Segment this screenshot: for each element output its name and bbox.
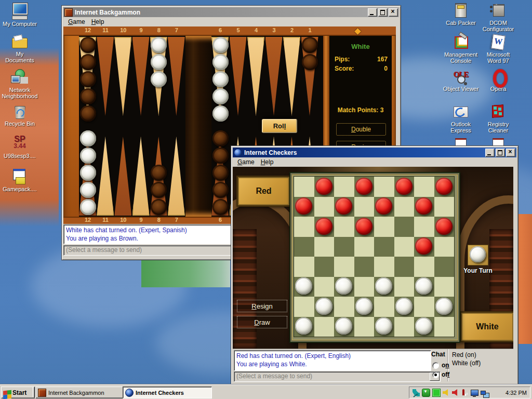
network-computers-icon[interactable]: [481, 391, 486, 395]
thermometer-icon[interactable]: [461, 389, 469, 396]
desktop-icon-recycle-bin[interactable]: Recycle Bin: [0, 103, 39, 127]
white-checker[interactable]: [80, 130, 96, 147]
chat-on-option[interactable]: on: [432, 362, 449, 369]
white-checker[interactable]: [80, 199, 96, 215]
board-square[interactable]: [354, 277, 375, 297]
white-checker-piece[interactable]: [415, 277, 432, 295]
board-square[interactable]: [394, 197, 415, 217]
brown-checker[interactable]: [80, 54, 96, 70]
red-checker-piece[interactable]: [295, 197, 312, 215]
board-square[interactable]: [414, 297, 434, 317]
brown-checker[interactable]: [80, 71, 96, 87]
white-checker-piece[interactable]: [395, 298, 413, 315]
radio-off[interactable]: [432, 371, 439, 378]
board-square[interactable]: [314, 277, 335, 297]
draw-button[interactable]: Draw: [237, 316, 287, 328]
brown-checker[interactable]: [212, 199, 229, 215]
close-button[interactable]: [506, 149, 515, 157]
board-square[interactable]: [334, 217, 354, 237]
red-checker-piece[interactable]: [315, 178, 332, 195]
red-checker-piece[interactable]: [335, 197, 352, 215]
desktop-icon-sp-344[interactable]: SP3.44U98sesp3....: [0, 135, 39, 159]
desktop-icon-opera[interactable]: Opera: [475, 68, 522, 92]
white-checker-piece[interactable]: [355, 298, 373, 315]
board-square[interactable]: [434, 237, 455, 257]
red-checker-piece[interactable]: [395, 178, 413, 195]
brown-checker[interactable]: [80, 37, 96, 53]
red-checker-piece[interactable]: [355, 178, 373, 195]
board-square[interactable]: [414, 177, 434, 197]
red-checker-piece[interactable]: [415, 237, 432, 255]
board-square[interactable]: [294, 237, 314, 257]
board-square[interactable]: [334, 237, 354, 257]
minimize-button[interactable]: [368, 8, 377, 17]
brown-checker[interactable]: [80, 88, 96, 104]
board-square[interactable]: [394, 277, 415, 297]
meter-icon[interactable]: [432, 389, 441, 397]
close-button[interactable]: [389, 8, 398, 17]
brown-checker[interactable]: [212, 148, 229, 164]
board-square[interactable]: [374, 257, 394, 277]
desktop-icon-dcom-configurator[interactable]: DCOMConfigurator: [475, 2, 522, 32]
satellite-icon[interactable]: [413, 389, 420, 396]
white-checker-piece[interactable]: [335, 317, 352, 335]
volume-icon[interactable]: [443, 389, 450, 396]
brown-checker[interactable]: [80, 105, 96, 122]
desktop-icon-my-computer[interactable]: My Computer: [0, 3, 39, 27]
board-square[interactable]: [414, 257, 434, 277]
brown-checker[interactable]: [212, 165, 229, 181]
checkers-titlebar[interactable]: Internet Checkers: [233, 148, 516, 157]
backgammon-titlebar[interactable]: Internet Backgammon: [63, 7, 399, 17]
white-checker[interactable]: [80, 165, 96, 181]
board-square[interactable]: [374, 237, 394, 257]
radio-on[interactable]: [432, 362, 439, 369]
white-checker-piece[interactable]: [375, 277, 392, 295]
menu-item-help[interactable]: Help: [258, 158, 277, 166]
minimize-button[interactable]: [485, 149, 495, 157]
maximize-button[interactable]: [378, 8, 388, 17]
white-checker-piece[interactable]: [295, 277, 312, 295]
red-checker-piece[interactable]: [435, 178, 453, 195]
double-button[interactable]: Double: [336, 123, 386, 136]
start-button[interactable]: Start: [1, 387, 35, 398]
white-checker[interactable]: [212, 54, 229, 70]
white-checker[interactable]: [212, 71, 229, 87]
board-square[interactable]: [354, 197, 375, 217]
task-button-internet-backgammon[interactable]: Internet Backgammon: [35, 387, 125, 398]
board-square[interactable]: [374, 177, 394, 197]
maximize-button[interactable]: [496, 149, 505, 157]
board-square[interactable]: [334, 257, 354, 277]
board-square[interactable]: [434, 257, 455, 277]
board-square[interactable]: [334, 177, 354, 197]
board-square[interactable]: [314, 257, 335, 277]
red-checker-piece[interactable]: [355, 218, 373, 235]
board-square[interactable]: [334, 297, 354, 317]
white-checker[interactable]: [212, 88, 229, 104]
desktop-icon-my-documents[interactable]: MyDocuments: [0, 33, 39, 63]
mute-icon[interactable]: [452, 389, 459, 396]
board-square[interactable]: [394, 217, 415, 237]
board-square[interactable]: [354, 237, 375, 257]
board-square[interactable]: [294, 297, 314, 317]
white-checker-piece[interactable]: [335, 277, 352, 295]
white-checker-piece[interactable]: [435, 298, 453, 315]
red-checker-piece[interactable]: [375, 197, 392, 215]
brown-checker[interactable]: [212, 130, 229, 147]
board-square[interactable]: [354, 317, 375, 337]
white-checker[interactable]: [212, 37, 229, 53]
desktop-icon-registry-cleaner[interactable]: RegistryCleaner: [475, 103, 522, 134]
board-square[interactable]: [394, 317, 415, 337]
taskbar-clock[interactable]: 4:32 PM: [506, 390, 527, 396]
red-checker-piece[interactable]: [435, 218, 453, 235]
menu-item-help[interactable]: Help: [88, 18, 108, 26]
brown-checker[interactable]: [212, 182, 229, 198]
white-checker[interactable]: [212, 105, 229, 122]
white-checker-piece[interactable]: [375, 317, 392, 335]
resign-button[interactable]: Resign: [237, 300, 287, 312]
desktop-icon-network-neighborhood[interactable]: NetworkNeighborhood: [0, 69, 39, 99]
display-icon[interactable]: [471, 390, 478, 396]
board-square[interactable]: [374, 297, 394, 317]
board-square[interactable]: [314, 197, 335, 217]
board-square[interactable]: [434, 197, 455, 217]
board-square[interactable]: [434, 277, 455, 297]
